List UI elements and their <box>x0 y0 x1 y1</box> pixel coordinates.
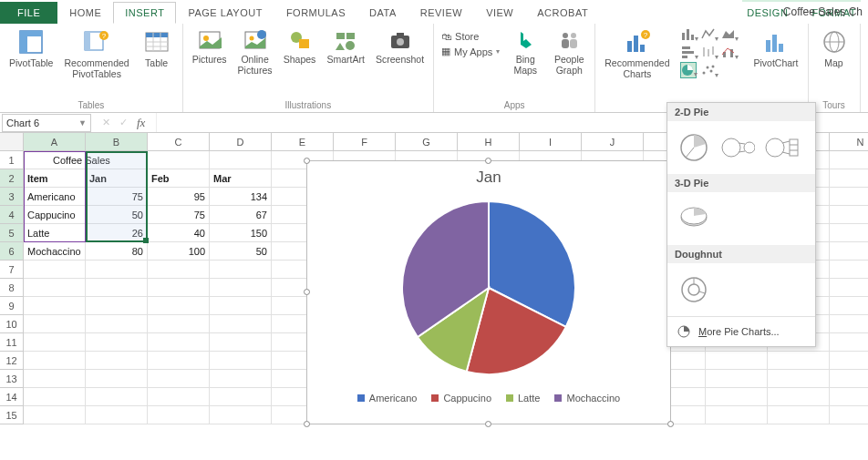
row-header[interactable]: 5 <box>0 224 24 242</box>
tab-acrobat[interactable]: ACROBAT <box>525 2 600 24</box>
cell[interactable]: 67 <box>210 206 272 224</box>
row-header[interactable]: 6 <box>0 242 24 261</box>
pivottable-icon <box>16 27 46 56</box>
cell[interactable]: Latte <box>24 224 86 242</box>
tab-file[interactable]: FILE <box>0 2 57 24</box>
row-header[interactable]: 2 <box>0 169 24 188</box>
select-all-corner[interactable] <box>0 133 24 151</box>
chevron-down-icon[interactable]: ▼ <box>78 118 87 128</box>
cell[interactable]: 50 <box>210 242 272 261</box>
cell[interactable] <box>148 151 210 169</box>
cell[interactable]: Feb <box>148 169 210 188</box>
cell[interactable]: 134 <box>210 188 272 206</box>
pivotchart-button[interactable]: PivotChart <box>749 26 801 71</box>
col-header[interactable]: E <box>272 133 334 151</box>
scatter-chart-button[interactable]: ▾ <box>700 62 717 78</box>
pivottable-button[interactable]: PivotTable <box>5 26 57 71</box>
table-button[interactable]: Table <box>137 26 177 71</box>
cell[interactable]: 26 <box>86 224 148 242</box>
cell[interactable]: 80 <box>86 242 148 261</box>
col-header[interactable]: J <box>582 133 644 151</box>
col-header[interactable]: C <box>148 133 210 151</box>
cell[interactable]: Item <box>24 169 86 188</box>
row-header[interactable]: 12 <box>0 352 24 370</box>
col-header[interactable]: F <box>334 133 396 151</box>
column-chart-button[interactable]: ▾ <box>680 26 697 42</box>
cell[interactable]: 150 <box>210 224 272 242</box>
cell[interactable]: 50 <box>86 206 148 224</box>
recommended-charts-button[interactable]: ? Recommended Charts <box>601 26 673 81</box>
map-button[interactable]: Map <box>814 26 854 71</box>
row-header[interactable]: 1 <box>0 151 24 169</box>
cell[interactable]: Mar <box>210 169 272 188</box>
bing-maps-button[interactable]: Bing Maps <box>505 26 545 77</box>
svg-point-25 <box>397 38 404 46</box>
smartart-button[interactable]: SmartArt <box>324 26 368 67</box>
row-header[interactable]: 7 <box>0 261 24 279</box>
col-header[interactable]: I <box>520 133 582 151</box>
combo-chart-button[interactable]: ▾ <box>720 44 737 60</box>
tab-home[interactable]: HOME <box>57 2 113 24</box>
myapps-button[interactable]: ▦My Apps▾ <box>441 46 500 57</box>
line-chart-button[interactable]: ▾ <box>700 26 717 42</box>
store-button[interactable]: 🛍Store <box>441 31 500 42</box>
tab-page-layout[interactable]: PAGE LAYOUT <box>176 2 274 24</box>
cell[interactable]: 40 <box>148 224 210 242</box>
doughnut-option[interactable] <box>677 272 711 307</box>
people-graph-button[interactable]: People Graph <box>549 26 589 77</box>
recommended-pivot-button[interactable]: ? Recommended PivotTables <box>60 26 132 81</box>
bar-chart-button[interactable]: ▾ <box>680 44 697 60</box>
col-header[interactable]: N <box>830 133 868 151</box>
screenshot-button[interactable]: Screenshot <box>372 26 428 67</box>
bar-of-pie-option[interactable] <box>764 130 799 165</box>
col-header[interactable]: H <box>458 133 520 151</box>
chart-object[interactable]: Jan Americano Cappucino Latte Mochaccino <box>306 160 671 424</box>
row-header[interactable]: 15 <box>0 406 24 424</box>
name-box[interactable]: Chart 6▼ <box>2 114 91 132</box>
chart-title[interactable]: Jan <box>307 161 670 189</box>
tab-insert[interactable]: INSERT <box>113 2 176 24</box>
enter-formula-icon[interactable]: ✓ <box>119 117 128 128</box>
cell[interactable]: Coffee Sales <box>86 151 148 169</box>
pie-chart-button[interactable]: ▾ <box>680 62 697 78</box>
cell[interactable] <box>210 151 272 169</box>
cell[interactable]: 100 <box>148 242 210 261</box>
pie-of-pie-option[interactable] <box>720 130 755 165</box>
shapes-button[interactable]: Shapes <box>280 26 320 67</box>
row-header[interactable]: 8 <box>0 279 24 297</box>
area-chart-button[interactable]: ▾ <box>720 26 737 42</box>
online-pictures-button[interactable]: Online Pictures <box>234 26 276 77</box>
row-header[interactable]: 13 <box>0 370 24 388</box>
selection-handle[interactable] <box>143 238 149 243</box>
svg-rect-21 <box>346 33 355 39</box>
cell[interactable]: 75 <box>86 188 148 206</box>
row-header[interactable]: 10 <box>0 315 24 333</box>
row-header[interactable]: 9 <box>0 297 24 315</box>
cell[interactable]: Cappucino <box>24 206 86 224</box>
more-pie-charts[interactable]: More Pie Charts... <box>667 316 815 346</box>
tab-view[interactable]: VIEW <box>474 2 525 24</box>
pictures-button[interactable]: Pictures <box>189 26 231 67</box>
row-header[interactable]: 4 <box>0 206 24 224</box>
row-header[interactable]: 11 <box>0 333 24 352</box>
col-header[interactable]: G <box>396 133 458 151</box>
cell[interactable]: Americano <box>24 188 86 206</box>
col-header[interactable]: B <box>86 133 148 151</box>
tab-review[interactable]: REVIEW <box>408 2 474 24</box>
cell[interactable]: Mochaccino <box>24 242 86 261</box>
col-header[interactable]: D <box>210 133 272 151</box>
cell[interactable]: 75 <box>148 206 210 224</box>
pie-2d-option[interactable] <box>677 130 711 165</box>
cancel-formula-icon[interactable]: ✕ <box>102 117 110 128</box>
smartart-icon <box>333 27 358 53</box>
tab-formulas[interactable]: FORMULAS <box>274 2 357 24</box>
cell[interactable]: Jan <box>86 169 148 188</box>
fx-icon[interactable]: fx <box>137 116 145 130</box>
cell[interactable]: 95 <box>148 188 210 206</box>
stock-chart-button[interactable]: ▾ <box>700 44 717 60</box>
pie-3d-option[interactable] <box>677 201 711 236</box>
tab-data[interactable]: DATA <box>357 2 408 24</box>
row-header[interactable]: 3 <box>0 188 24 206</box>
row-header[interactable]: 14 <box>0 388 24 406</box>
col-header[interactable]: A <box>24 133 86 151</box>
